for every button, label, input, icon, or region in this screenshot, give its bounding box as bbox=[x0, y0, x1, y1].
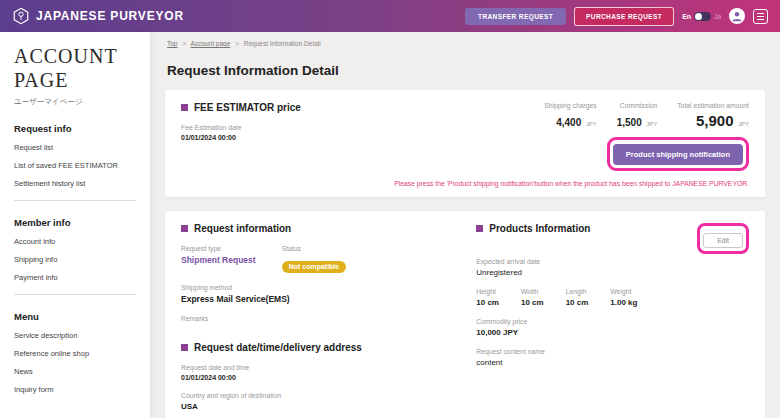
sidebar-item-request-list[interactable]: Request list bbox=[14, 143, 136, 152]
dim-length: Length 10 cm bbox=[566, 288, 589, 307]
sidebar-section-menu: Menu bbox=[14, 311, 136, 322]
weight-value: 1.00 kg bbox=[610, 298, 637, 307]
shipping-charges-value: 4,400 bbox=[556, 117, 581, 128]
request-content-name-label: Request content name bbox=[476, 348, 749, 355]
section-bullet-icon bbox=[181, 104, 188, 111]
destination-country-value: USA bbox=[181, 402, 442, 411]
sidebar-section-member-info: Member info bbox=[14, 217, 136, 228]
sidebar-divider bbox=[14, 294, 136, 295]
sidebar-divider bbox=[14, 200, 136, 201]
sidebar-item-payment-info[interactable]: Payment info bbox=[14, 273, 136, 282]
dim-weight: Weight 1.00 kg bbox=[610, 288, 637, 307]
dim-height: Height 10 cm bbox=[476, 288, 499, 307]
lang-en-label: En bbox=[682, 13, 691, 20]
sidebar-title: ACCOUNT PAGE bbox=[14, 44, 124, 92]
highlight-ring: Edit bbox=[697, 223, 749, 254]
commission-unit: JPY bbox=[646, 121, 657, 127]
breadcrumb-top[interactable]: Top bbox=[167, 40, 177, 47]
sidebar-item-account-info[interactable]: Account info bbox=[14, 237, 136, 246]
request-detail-card: Request information Request type Shipmen… bbox=[165, 211, 765, 418]
total-estimation-label: Total estimation amount bbox=[677, 102, 749, 109]
sidebar-item-shipping-info[interactable]: Shipping info bbox=[14, 255, 136, 264]
delivery-address-heading: Request date/time/delivery address bbox=[181, 342, 442, 353]
fee-estimator-heading: FEE ESTIMATOR price bbox=[181, 102, 301, 113]
highlight-ring: Product shipping notification bbox=[607, 137, 749, 171]
commodity-price-value: 10,000 JPY bbox=[476, 328, 749, 337]
weight-label: Weight bbox=[610, 288, 637, 295]
products-information-heading-text: Products Information bbox=[489, 223, 590, 234]
purchase-request-button[interactable]: PURCHASE REQUEST bbox=[574, 7, 674, 26]
fee-estimator-card: FEE ESTIMATOR price Fee Estimation date … bbox=[165, 90, 765, 197]
hamburger-menu-icon[interactable] bbox=[753, 9, 768, 24]
section-bullet-icon bbox=[476, 225, 483, 232]
expected-arrival-label: Expected arrival date bbox=[476, 258, 749, 265]
toggle-knob bbox=[695, 13, 702, 20]
top-header: JAPANESE PURVEYOR TRANSFER REQUEST PURCH… bbox=[0, 0, 780, 32]
stat-total-estimation: Total estimation amount 5,900 JPY bbox=[677, 102, 749, 130]
request-datetime-label: Request date and time bbox=[181, 364, 442, 371]
sidebar-subtitle: ユーザーマイページ bbox=[14, 97, 136, 107]
sidebar-item-inquiry-form[interactable]: Inquiry form bbox=[14, 385, 136, 394]
height-label: Height bbox=[476, 288, 499, 295]
request-information-heading-text: Request information bbox=[194, 223, 291, 234]
section-bullet-icon bbox=[181, 344, 188, 351]
sidebar-item-reference-online-shop[interactable]: Reference online shop bbox=[14, 349, 136, 358]
stat-shipping-charges: Shipping charges 4,400 JPY bbox=[544, 102, 597, 130]
hexagon-crest-icon bbox=[12, 7, 30, 25]
delivery-address-heading-text: Request date/time/delivery address bbox=[194, 342, 362, 353]
stat-commission: Commission 1,500 JPY bbox=[617, 102, 658, 130]
section-bullet-icon bbox=[181, 225, 188, 232]
remarks-label: Remarks bbox=[181, 315, 442, 322]
sidebar: ACCOUNT PAGE ユーザーマイページ Request info Requ… bbox=[0, 32, 150, 418]
expected-arrival-value: Unregistered bbox=[476, 268, 749, 277]
shipping-method-value: Express Mail Service(EMS) bbox=[181, 294, 442, 304]
products-information-heading: Products Information bbox=[476, 223, 590, 234]
request-content-name-value: content bbox=[476, 358, 749, 367]
breadcrumb: Top > Account page > Request Information… bbox=[165, 32, 765, 47]
commission-value: 1,500 bbox=[617, 117, 642, 128]
total-estimation-unit: JPY bbox=[738, 121, 749, 127]
sidebar-item-settlement-history[interactable]: Settlement history list bbox=[14, 179, 136, 188]
status-label: Status bbox=[282, 245, 347, 252]
shipping-charges-label: Shipping charges bbox=[544, 102, 597, 109]
sidebar-section-request-info: Request info bbox=[14, 123, 136, 134]
language-toggle[interactable] bbox=[694, 12, 711, 21]
page-title: Request Information Detail bbox=[167, 63, 765, 78]
breadcrumb-account-page[interactable]: Account page bbox=[191, 40, 231, 47]
commission-label: Commission bbox=[617, 102, 658, 109]
sidebar-item-service-description[interactable]: Service description bbox=[14, 331, 136, 340]
lang-ja-label: Ja bbox=[714, 13, 721, 20]
shipping-notification-note: Please press the 'Product shipping notif… bbox=[181, 180, 749, 187]
fee-estimation-date-value: 01/01/2024 00:00 bbox=[181, 134, 301, 141]
breadcrumb-separator: > bbox=[235, 40, 239, 47]
total-estimation-value: 5,900 bbox=[696, 112, 734, 129]
height-value: 10 cm bbox=[476, 298, 499, 307]
user-avatar-icon[interactable] bbox=[729, 8, 745, 24]
commodity-price-label: Commodity price bbox=[476, 318, 749, 325]
fee-estimator-heading-text: FEE ESTIMATOR price bbox=[194, 102, 301, 113]
destination-country-label: Country and region of destination bbox=[181, 392, 442, 399]
width-label: Width bbox=[521, 288, 544, 295]
dim-width: Width 10 cm bbox=[521, 288, 544, 307]
sidebar-item-saved-fee-estimator[interactable]: List of saved FEE ESTIMATOR bbox=[14, 161, 136, 170]
breadcrumb-separator: > bbox=[182, 40, 186, 47]
request-datetime-value: 01/01/2024 00:00 bbox=[181, 374, 442, 381]
product-shipping-notification-button[interactable]: Product shipping notification bbox=[613, 144, 743, 165]
shipping-charges-unit: JPY bbox=[586, 121, 597, 127]
sidebar-item-news[interactable]: News bbox=[14, 367, 136, 376]
request-information-heading: Request information bbox=[181, 223, 442, 234]
transfer-request-button[interactable]: TRANSFER REQUEST bbox=[465, 8, 566, 25]
request-type-label: Request type bbox=[181, 245, 256, 252]
brand-logo[interactable]: JAPANESE PURVEYOR bbox=[12, 7, 184, 25]
length-label: Length bbox=[566, 288, 589, 295]
fee-estimation-date-label: Fee Estimation date bbox=[181, 124, 301, 131]
breadcrumb-current: Request Information Detail bbox=[244, 40, 321, 47]
shipping-method-label: Shipping method bbox=[181, 284, 442, 291]
length-value: 10 cm bbox=[566, 298, 589, 307]
request-type-value: Shipment Request bbox=[181, 255, 256, 265]
brand-name: JAPANESE PURVEYOR bbox=[36, 9, 184, 23]
main-content: Top > Account page > Request Information… bbox=[150, 32, 780, 418]
width-value: 10 cm bbox=[521, 298, 544, 307]
edit-products-button[interactable]: Edit bbox=[703, 233, 743, 248]
status-badge: Not compatible bbox=[282, 261, 347, 273]
